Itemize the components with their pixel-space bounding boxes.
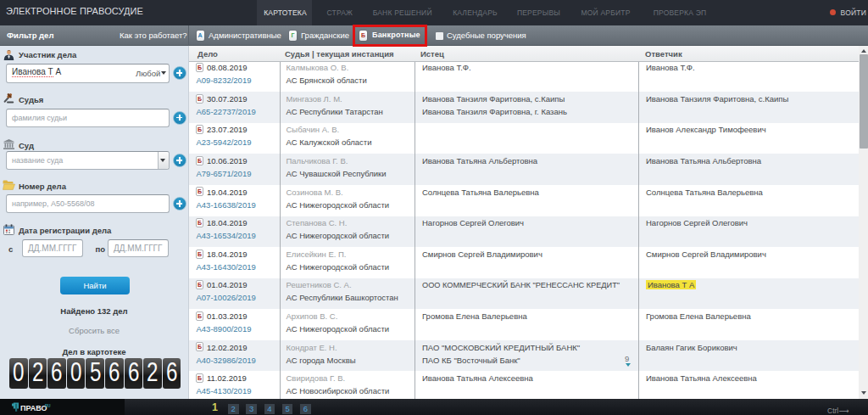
svg-text:RU: RU — [45, 404, 51, 408]
svg-text:ПРАВО: ПРАВО — [20, 404, 47, 412]
